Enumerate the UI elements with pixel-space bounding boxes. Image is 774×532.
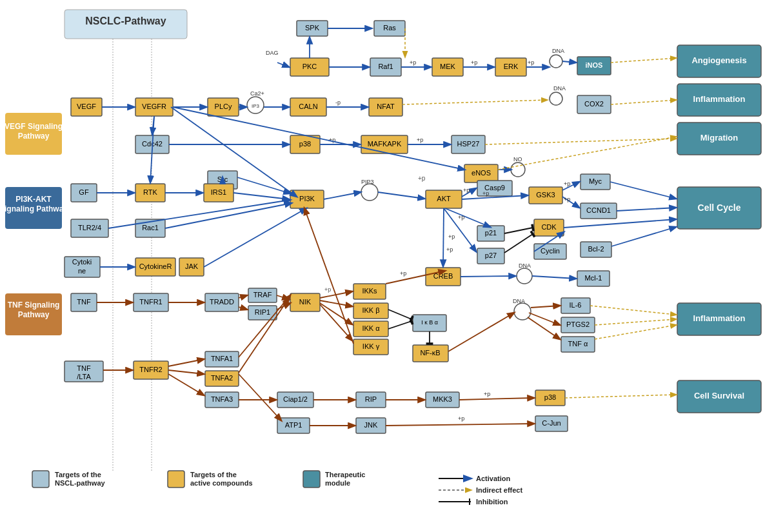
circle-no (511, 163, 525, 177)
svg-text:TNFR2: TNFR2 (139, 366, 162, 373)
svg-text:TNF: TNF (77, 298, 91, 306)
svg-text:I κ B α: I κ B α (421, 319, 438, 326)
legend-nscl-box (32, 471, 49, 488)
svg-text:TNFA2: TNFA2 (211, 374, 233, 382)
title-text: NSCLC-Pathway (85, 15, 166, 26)
svg-text:PI3K: PI3K (299, 195, 315, 202)
arrow-tradd-traf (239, 295, 247, 298)
arrow-dna-mcl1 (532, 276, 576, 279)
svg-text:iNOS: iNOS (586, 61, 603, 69)
svg-text:Ras: Ras (383, 24, 396, 32)
svg-text:CCND1: CCND1 (586, 206, 611, 214)
svg-text:COX2: COX2 (584, 100, 604, 108)
svg-text:active compounds: active compounds (190, 479, 253, 487)
svg-text:/LTA: /LTA (77, 373, 91, 380)
arrow-myc-cc (610, 182, 676, 199)
svg-text:+p: +p (482, 190, 489, 197)
arrow-ptgs2-inflam2 (595, 319, 676, 325)
svg-text:Inflammation: Inflammation (693, 313, 746, 323)
arrow-dna-ptgs2 (529, 313, 560, 325)
svg-text:+p: +p (418, 175, 426, 182)
svg-text:-p: -p (335, 99, 341, 106)
svg-text:p27: p27 (485, 251, 497, 259)
svg-text:Indirect effect: Indirect effect (476, 486, 522, 494)
svg-text:RIP1: RIP1 (255, 308, 270, 316)
svg-text:IRS1: IRS1 (211, 188, 226, 196)
svg-text:Myc: Myc (589, 177, 602, 185)
legend-therapeutic-box (303, 471, 320, 488)
arrow-creb-dna (461, 276, 515, 277)
arrow-src-pi3k (237, 177, 290, 193)
svg-text:Angiogenesis: Angiogenesis (691, 55, 746, 65)
svg-text:Ca2+: Ca2+ (250, 90, 264, 97)
svg-text:+p: +p (446, 246, 453, 253)
svg-text:NSCL-pathway: NSCL-pathway (55, 479, 106, 487)
arrow-bcl2-cc (611, 227, 676, 246)
svg-text:+p: +p (400, 270, 406, 277)
svg-text:+p: +p (458, 214, 464, 221)
svg-text:TNF Signaling: TNF Signaling (8, 300, 60, 310)
svg-text:GSK3: GSK3 (536, 191, 555, 199)
svg-text:+p: +p (410, 59, 416, 66)
svg-text:PTGS2: PTGS2 (566, 320, 590, 328)
arrow-ikkg-pi3k (304, 208, 353, 344)
arrow-enos-migration (498, 137, 676, 170)
arrow-tnfr2-tnfa1 (168, 359, 204, 366)
svg-text:Inhibition: Inhibition (476, 498, 508, 506)
arrow-nfkb-dna (448, 313, 514, 351)
svg-text:ne: ne (78, 267, 86, 275)
svg-text:module: module (325, 479, 350, 487)
arrow-ikkb-ikba (388, 310, 412, 319)
svg-text:+p: +p (528, 59, 534, 66)
arrow-tnfa1-nik (239, 295, 290, 357)
svg-text:Cell Cycle: Cell Cycle (698, 202, 741, 213)
arrow-il6-inflam2 (590, 306, 676, 315)
arrow-p27-cdk (504, 234, 533, 253)
svg-text:Pathway: Pathway (18, 310, 50, 319)
svg-text:IP3: IP3 (252, 103, 260, 109)
arrow-ikka-ikba (388, 321, 412, 329)
svg-text:NFAT: NFAT (377, 103, 395, 110)
svg-text:VEGF: VEGF (77, 103, 96, 110)
arrow-cdk-cc (564, 219, 676, 228)
svg-text:SPK: SPK (305, 24, 320, 32)
svg-text:ATP1: ATP1 (285, 421, 303, 429)
svg-text:Rac1: Rac1 (142, 224, 159, 232)
svg-text:TNFA3: TNFA3 (211, 395, 233, 403)
svg-text:AKT: AKT (437, 195, 451, 202)
svg-text:TRADD: TRADD (210, 298, 234, 306)
svg-text:Mcl-1: Mcl-1 (585, 274, 602, 282)
arrow-nik-ikkb (320, 300, 352, 306)
arrow-pi3k-pip3 (324, 192, 361, 199)
svg-text:+p: +p (448, 233, 455, 240)
svg-text:p38: p38 (299, 140, 311, 148)
svg-text:p21: p21 (485, 229, 497, 237)
arrow-akt-creb (443, 208, 444, 266)
svg-text:+p: +p (564, 196, 570, 202)
arrow-nfat-dna (402, 100, 547, 104)
arrow-dna-tnfa (528, 317, 560, 339)
svg-text:Ciap1/2: Ciap1/2 (283, 395, 308, 403)
arrow-p21-cdk (504, 228, 533, 233)
svg-text:TLR2/4: TLR2/4 (78, 224, 101, 232)
svg-text:CDK: CDK (541, 223, 557, 231)
svg-text:TNFR1: TNFR1 (139, 298, 162, 306)
svg-text:NF-κB: NF-κB (420, 349, 440, 357)
svg-text:DNA: DNA (553, 85, 566, 92)
svg-text:TNFA1: TNFA1 (211, 355, 233, 362)
svg-text:Activation: Activation (476, 475, 510, 482)
svg-text:NO: NO (513, 156, 522, 163)
arrow-dag-pkc (277, 63, 289, 67)
arrow-irs1-pi3k (233, 193, 289, 199)
svg-text:CytokineR: CytokineR (139, 262, 172, 270)
arrow-hsp27-migration (485, 139, 676, 144)
svg-text:VEGF Signaling: VEGF Signaling (5, 122, 63, 131)
arrow-ccnd1-cc (617, 208, 676, 211)
legend-active-box (168, 471, 184, 488)
svg-text:+p: +p (324, 286, 331, 293)
svg-text:DNA: DNA (552, 48, 564, 54)
svg-text:Therapeutic: Therapeutic (325, 471, 365, 478)
svg-text:VEGFR: VEGFR (142, 103, 166, 110)
arrow-rac1-pi3k (165, 203, 292, 228)
svg-text:CALN: CALN (299, 103, 317, 110)
